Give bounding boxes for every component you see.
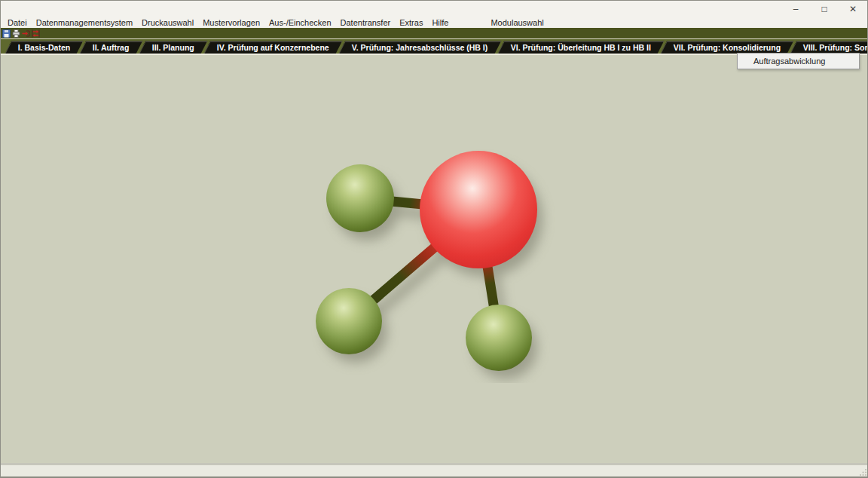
- menu-item-hilfe[interactable]: Hilfe: [427, 18, 453, 27]
- menu-item-mustervorlagen[interactable]: Mustervorlagen: [198, 18, 264, 27]
- tab-pruefung-ueberleitung[interactable]: VI. Prüfung: Überleitung HB I zu HB II: [497, 41, 664, 54]
- print-button[interactable]: [11, 29, 21, 38]
- menu-item-modulauswahl[interactable]: Modulauswahl: [486, 18, 548, 27]
- menu-item-datei[interactable]: Datei: [3, 18, 32, 27]
- tab-auftrag[interactable]: II. Auftrag: [80, 41, 142, 54]
- print-icon: [12, 29, 20, 38]
- menu-item-extras[interactable]: Extras: [395, 18, 427, 27]
- close-button[interactable]: ✕: [839, 1, 867, 17]
- menu-item-datenmanagementsystem[interactable]: Datenmanagementsystem: [32, 18, 137, 27]
- minimize-button[interactable]: –: [781, 1, 810, 17]
- menu-item-druckauswahl[interactable]: Druckauswahl: [137, 18, 198, 27]
- minimize-icon: –: [793, 5, 799, 14]
- molecule-logo: [302, 127, 573, 383]
- menu-item-auftragsabwicklung[interactable]: Auftragsabwicklung: [738, 54, 859, 69]
- maximize-button[interactable]: □: [810, 1, 839, 17]
- transfer-arrows-icon: [32, 29, 40, 38]
- checkin-button[interactable]: [21, 29, 31, 38]
- content-area: [1, 55, 867, 463]
- tab-pruefung-konsolidierung[interactable]: VII. Prüfung: Konsolidierung: [660, 41, 793, 54]
- tab-pruefung-jahresabschluesse[interactable]: V. Prüfung: Jahresabschlüsse (HB I): [339, 41, 501, 54]
- checkin-arrow-icon: [22, 29, 30, 38]
- status-bar: [1, 464, 867, 476]
- tab-dropdown-menu: Auftragsabwicklung: [737, 53, 860, 69]
- menu-item-aus-einchecken[interactable]: Aus-/Einchecken: [264, 18, 336, 27]
- menu-item-datentransfer[interactable]: Datentransfer: [336, 18, 396, 27]
- tab-basis-daten[interactable]: I. Basis-Daten: [5, 41, 84, 54]
- tab-pruefung-konzernebene[interactable]: IV. Prüfung auf Konzernebene: [204, 41, 343, 54]
- transfer-button[interactable]: [31, 29, 41, 38]
- toolbar: [1, 28, 867, 38]
- tab-pruefung-sonstige[interactable]: VIII. Prüfung: Sonstige: [790, 41, 867, 54]
- tab-bar: I. Basis-Daten II. Auftrag III. Planung …: [1, 38, 867, 54]
- close-icon: ✕: [849, 5, 857, 14]
- title-bar: – □ ✕: [1, 1, 867, 17]
- app-window: – □ ✕ Datei Datenmanagementsystem Drucka…: [0, 0, 868, 478]
- save-icon: [2, 29, 11, 38]
- resize-grip-icon[interactable]: [858, 467, 867, 476]
- tab-planung[interactable]: III. Planung: [139, 41, 208, 54]
- maximize-icon: □: [821, 5, 827, 14]
- save-button[interactable]: [2, 29, 11, 38]
- menu-bar: Datei Datenmanagementsystem Druckauswahl…: [1, 17, 867, 28]
